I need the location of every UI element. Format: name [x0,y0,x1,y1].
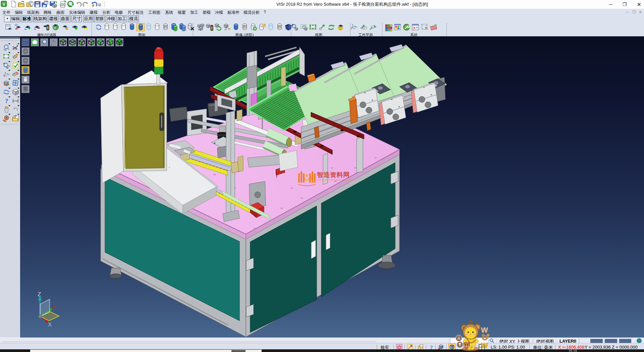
svg-text:1:1: 1:1 [311,26,315,29]
svg-text:W: W [481,341,488,350]
svg-text:智造资料网: 智造资料网 [317,171,350,178]
svg-text:A: A [458,336,460,341]
svg-text:O: O [482,334,488,342]
svg-text:W: W [481,326,488,334]
svg-text:INTELLIGENT MANUFACTURING DATA: INTELLIGENT MANUFACTURING DATA [317,179,353,181]
svg-text:X: X [48,321,52,328]
svg-text:V: V [2,2,5,7]
svg-text:?: ? [5,97,8,104]
svg-text:Y: Y [52,304,56,310]
svg-text:Z: Z [38,291,41,298]
